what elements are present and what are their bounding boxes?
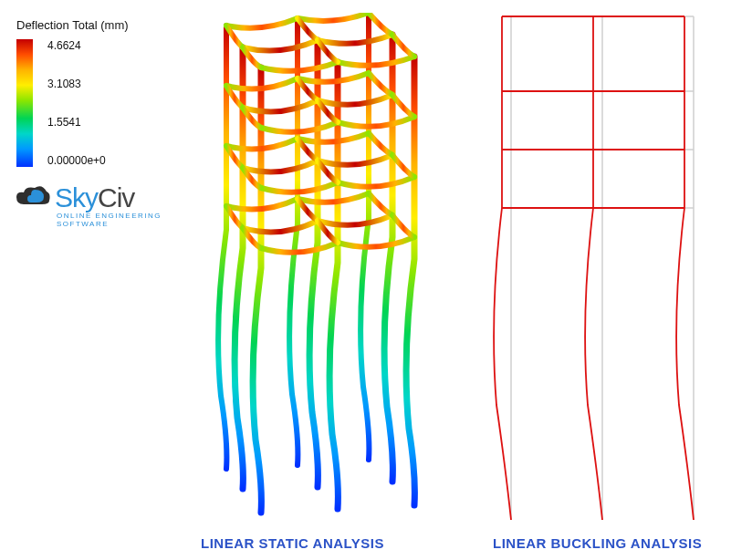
legend-tick: 1.5541 — [47, 116, 106, 129]
legend-tick: 4.6624 — [47, 39, 106, 52]
color-legend: Deflection Total (mm) 4.6624 3.1083 1.55… — [16, 18, 181, 167]
legend-tick: 3.1083 — [47, 78, 106, 90]
brand-logo-row: SkyCiv — [15, 182, 188, 213]
legend-tick-labels: 4.6624 3.1083 1.5541 0.00000e+0 — [47, 39, 106, 167]
legend-gradient-bar — [16, 39, 33, 167]
buckled-frame — [494, 16, 694, 520]
brand-name: SkyCiv — [55, 182, 134, 213]
linear-static-viz — [183, 13, 447, 524]
caption-left: LINEAR STATIC ANALYSIS — [201, 535, 384, 551]
legend-tick: 0.00000e+0 — [47, 154, 106, 167]
linear-buckling-viz — [475, 13, 739, 524]
cloud-icon — [15, 184, 51, 212]
legend-body: 4.6624 3.1083 1.5541 0.00000e+0 — [16, 39, 181, 167]
brand-tagline: ONLINE ENGINEERING SOFTWARE — [57, 212, 188, 228]
legend-title: Deflection Total (mm) — [16, 18, 181, 32]
caption-right: LINEAR BUCKLING ANALYSIS — [493, 535, 702, 551]
brand-logo: SkyCiv ONLINE ENGINEERING SOFTWARE — [15, 182, 188, 228]
